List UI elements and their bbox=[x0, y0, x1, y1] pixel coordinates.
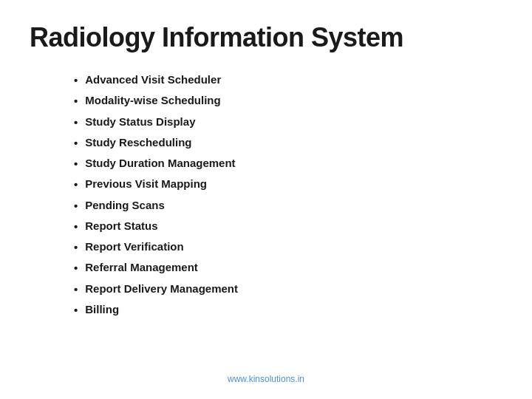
bullet-icon: • bbox=[74, 176, 78, 193]
list-item: •Report Delivery Management bbox=[74, 280, 502, 298]
list-item: •Study Duration Management bbox=[74, 154, 502, 172]
bullet-icon: • bbox=[74, 134, 78, 151]
list-item: •Previous Visit Mapping bbox=[74, 175, 502, 193]
list-item-label: Advanced Visit Scheduler bbox=[85, 71, 221, 88]
list-item-label: Report Delivery Management bbox=[85, 280, 238, 297]
list-item-label: Study Status Display bbox=[85, 113, 195, 130]
bullet-icon: • bbox=[74, 301, 78, 318]
list-item: •Advanced Visit Scheduler bbox=[74, 71, 502, 89]
content-area: •Advanced Visit Scheduler•Modality-wise … bbox=[30, 71, 502, 368]
footer-url: www.kinsolutions.in bbox=[30, 374, 502, 384]
bullet-icon: • bbox=[74, 197, 78, 214]
bullet-icon: • bbox=[74, 259, 78, 276]
list-item-label: Study Rescheduling bbox=[85, 134, 191, 151]
bullet-icon: • bbox=[74, 218, 78, 235]
page: Radiology Information System •Advanced V… bbox=[0, 0, 532, 399]
list-item: •Study Rescheduling bbox=[74, 134, 502, 151]
list-item: •Pending Scans bbox=[74, 197, 502, 214]
bullet-icon: • bbox=[74, 114, 78, 131]
feature-list: •Advanced Visit Scheduler•Modality-wise … bbox=[74, 71, 502, 318]
list-item-label: Previous Visit Mapping bbox=[85, 175, 207, 192]
list-item-label: Report Status bbox=[85, 217, 157, 234]
page-title: Radiology Information System bbox=[30, 22, 502, 53]
list-item: •Study Status Display bbox=[74, 113, 502, 131]
bullet-icon: • bbox=[74, 281, 78, 298]
list-item-label: Billing bbox=[85, 301, 119, 318]
list-item-label: Modality-wise Scheduling bbox=[85, 92, 220, 109]
list-item: •Billing bbox=[74, 301, 502, 318]
list-item: •Referral Management bbox=[74, 259, 502, 276]
bullet-icon: • bbox=[74, 92, 78, 109]
bullet-icon: • bbox=[74, 72, 78, 89]
list-item-label: Report Verification bbox=[85, 238, 183, 255]
list-item-label: Referral Management bbox=[85, 259, 198, 276]
list-item-label: Pending Scans bbox=[85, 197, 165, 214]
list-item: •Report Verification bbox=[74, 238, 502, 256]
bullet-icon: • bbox=[74, 155, 78, 172]
bullet-icon: • bbox=[74, 239, 78, 256]
list-item-label: Study Duration Management bbox=[85, 154, 235, 171]
list-item: •Report Status bbox=[74, 217, 502, 235]
list-item: •Modality-wise Scheduling bbox=[74, 92, 502, 109]
